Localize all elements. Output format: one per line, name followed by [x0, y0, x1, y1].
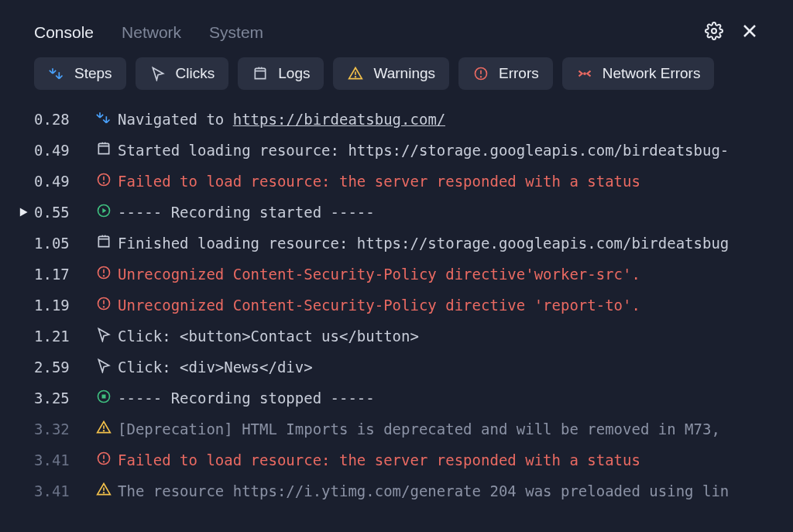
row-icon	[93, 141, 115, 160]
row-timestamp: 0.49	[34, 142, 93, 159]
row-message: Failed to load resource: the server resp…	[115, 451, 640, 469]
log-row[interactable]: 1.19Unrecognized Content-Security-Policy…	[12, 290, 793, 321]
row-timestamp: 1.05	[34, 235, 93, 252]
filter-warnings[interactable]: Warnings	[333, 57, 449, 90]
row-timestamp: 2.59	[34, 359, 93, 376]
svg-point-25	[104, 462, 105, 462]
row-message: Navigated to https://birdeatsbug.com/	[115, 111, 445, 128]
network-error-icon	[576, 65, 593, 82]
settings-icon[interactable]	[705, 22, 723, 43]
row-message: Click: <div>News</div>	[115, 359, 313, 376]
log-row[interactable]: 1.17Unrecognized Content-Security-Policy…	[12, 259, 793, 290]
row-message: [Deprecation] HTML Imports is deprecated…	[115, 420, 720, 438]
svg-point-22	[104, 431, 105, 431]
close-icon[interactable]	[740, 22, 759, 43]
cursor-icon	[149, 65, 166, 82]
cursor-icon	[96, 327, 112, 345]
row-timestamp: 3.41	[34, 451, 93, 469]
tab-system[interactable]: System	[209, 23, 263, 42]
row-timestamp: 1.17	[34, 266, 93, 283]
error-icon	[96, 172, 112, 190]
row-message: ----- Recording started -----	[115, 204, 375, 221]
tab-strip: Console Network System	[34, 23, 263, 42]
row-icon	[93, 234, 115, 252]
log-row[interactable]: 1.05Finished loading resource: https://s…	[12, 228, 793, 259]
tab-network[interactable]: Network	[122, 23, 181, 42]
log-row[interactable]: 0.49Failed to load resource: the server …	[12, 166, 793, 197]
error-icon	[96, 265, 112, 283]
nav-link[interactable]: https://birdeatsbug.com/	[233, 111, 446, 128]
console-window: Console Network System Steps Clicks	[0, 0, 793, 532]
filter-clicks[interactable]: Clicks	[136, 57, 229, 90]
svg-point-18	[104, 307, 105, 307]
row-message: Unrecognized Content-Security-Policy dir…	[115, 297, 640, 314]
error-icon	[96, 451, 112, 469]
filter-logs[interactable]: Logs	[238, 57, 324, 90]
svg-point-0	[712, 29, 716, 33]
error-icon	[96, 296, 112, 314]
log-row[interactable]: 3.32[Deprecation] HTML Imports is deprec…	[12, 414, 793, 444]
row-message: Failed to load resource: the server resp…	[115, 173, 640, 190]
log-list[interactable]: 0.28Navigated to https://birdeatsbug.com…	[0, 104, 793, 513]
record-start-icon	[96, 203, 112, 221]
cursor-icon	[96, 358, 112, 376]
filter-label: Errors	[499, 65, 539, 82]
filter-label: Steps	[74, 65, 112, 82]
row-timestamp: 0.49	[34, 173, 93, 190]
row-icon	[93, 420, 115, 438]
log-icon	[96, 234, 112, 252]
row-timestamp: 1.19	[34, 297, 93, 314]
filter-label: Logs	[278, 65, 310, 82]
tab-console[interactable]: Console	[34, 23, 94, 42]
filter-label: Network Errors	[602, 65, 701, 82]
record-stop-icon	[96, 389, 112, 407]
filter-steps[interactable]: Steps	[34, 57, 126, 90]
svg-point-15	[104, 276, 105, 276]
svg-point-27	[104, 493, 105, 493]
warning-icon	[96, 420, 112, 438]
row-message: ----- Recording stopped -----	[115, 390, 375, 407]
log-row[interactable]: 3.25----- Recording stopped -----	[12, 383, 793, 414]
row-message: Unrecognized Content-Security-Policy dir…	[115, 266, 640, 283]
row-icon	[93, 110, 115, 129]
filter-bar: Steps Clicks Logs Warnings Errors	[0, 57, 793, 104]
svg-point-8	[584, 73, 585, 74]
row-icon	[93, 327, 115, 345]
log-row[interactable]: 0.49Started loading resource: https://st…	[12, 135, 793, 166]
filter-errors[interactable]: Errors	[458, 57, 553, 90]
row-icon	[93, 203, 115, 221]
log-row[interactable]: 1.21Click: <button>Contact us</button>	[12, 321, 793, 352]
steps-icon	[48, 65, 65, 82]
row-message: Click: <button>Contact us</button>	[115, 328, 419, 345]
filter-label: Warnings	[373, 65, 435, 82]
row-timestamp: 3.32	[34, 420, 93, 438]
svg-point-11	[104, 183, 105, 184]
filter-label: Clicks	[176, 65, 215, 82]
log-icon	[96, 141, 112, 160]
svg-point-4	[355, 77, 356, 77]
row-icon	[93, 482, 115, 500]
filter-network-errors[interactable]: Network Errors	[562, 57, 715, 90]
row-icon	[93, 451, 115, 469]
row-icon	[93, 265, 115, 283]
header-actions	[705, 22, 759, 43]
row-timestamp: 3.41	[34, 482, 93, 499]
row-timestamp: 0.55	[34, 204, 93, 221]
log-row[interactable]: 3.41Failed to load resource: the server …	[12, 444, 793, 475]
row-timestamp: 3.25	[34, 390, 93, 407]
row-marker	[12, 207, 34, 218]
row-timestamp: 0.28	[34, 111, 93, 128]
row-icon	[93, 172, 115, 190]
row-message: The resource https://i.ytimg.com/generat…	[115, 482, 729, 499]
log-row[interactable]: 0.28Navigated to https://birdeatsbug.com…	[12, 104, 793, 135]
log-row[interactable]: 2.59Click: <div>News</div>	[12, 352, 793, 383]
log-row[interactable]: 0.55----- Recording started -----	[12, 197, 793, 228]
log-icon	[252, 65, 269, 82]
row-message: Finished loading resource: https://stora…	[115, 235, 729, 252]
row-icon	[93, 358, 115, 376]
warning-icon	[96, 482, 112, 500]
log-row[interactable]: 3.41The resource https://i.ytimg.com/gen…	[12, 475, 793, 506]
svg-point-7	[481, 77, 482, 77]
row-message: Started loading resource: https://storag…	[115, 142, 729, 159]
steps-icon	[96, 110, 112, 129]
